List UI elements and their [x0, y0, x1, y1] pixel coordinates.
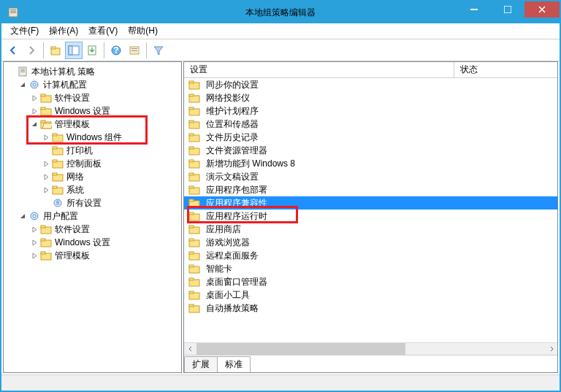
filter-button[interactable]: [150, 42, 167, 59]
expand-icon[interactable]: [42, 187, 50, 193]
tree-admin-templates[interactable]: 管理模板: [4, 118, 181, 131]
tree-user-config[interactable]: 用户配置: [4, 210, 181, 223]
svg-point-21: [33, 83, 36, 86]
back-button[interactable]: [4, 42, 22, 59]
tree-windows-settings[interactable]: Windows 设置: [4, 104, 181, 118]
expand-icon[interactable]: [30, 253, 39, 259]
list-item[interactable]: 远程桌面服务: [184, 249, 557, 262]
tab-extended[interactable]: 扩展: [184, 356, 218, 372]
svg-rect-39: [56, 201, 59, 201]
export-button[interactable]: [83, 42, 101, 59]
svg-rect-2: [10, 11, 16, 12]
svg-rect-23: [41, 94, 45, 96]
titlebar[interactable]: 本地组策略编辑器: [1, 1, 560, 23]
tree-software-settings[interactable]: 软件设置: [4, 91, 181, 104]
list-item[interactable]: 位置和传感器: [184, 118, 557, 131]
tree-label: 打印机: [66, 145, 93, 157]
list-item[interactable]: 桌面窗口管理器: [184, 275, 557, 288]
tree-label: 网络: [66, 171, 84, 183]
scroll-thumb[interactable]: [196, 343, 405, 355]
column-state[interactable]: 状态: [454, 62, 557, 77]
scroll-left-icon[interactable]: [184, 343, 196, 355]
tree-network[interactable]: 网络: [4, 170, 181, 183]
collapse-icon[interactable]: [18, 213, 27, 220]
list-item[interactable]: 新增功能到 Windows 8: [184, 157, 557, 170]
tree-all-settings[interactable]: 所有设置: [4, 196, 181, 210]
list-item-label: 远程桌面服务: [206, 250, 259, 262]
svg-rect-81: [189, 278, 194, 280]
list-body[interactable]: 同步你的设置网络投影仪维护计划程序位置和传感器文件历史记录文件资源管理器新增功能…: [184, 78, 557, 342]
svg-rect-77: [189, 252, 194, 254]
list-item[interactable]: 维护计划程序: [184, 104, 557, 118]
list-item[interactable]: 自动播放策略: [184, 301, 557, 315]
expand-icon[interactable]: [30, 226, 39, 233]
list-item-label: 文件资源管理器: [206, 145, 267, 157]
app-icon: [7, 7, 19, 18]
show-hide-tree-button[interactable]: [65, 42, 83, 59]
tree-label: Windows 设置: [55, 237, 110, 249]
tree-root[interactable]: 本地计算机 策略: [4, 65, 181, 78]
tree-label: 计算机配置: [43, 79, 87, 91]
collapse-icon[interactable]: [30, 121, 39, 128]
list-item[interactable]: 应用程序运行时: [184, 210, 557, 223]
tree-user-admintpl[interactable]: 管理模板: [4, 249, 181, 262]
expand-icon[interactable]: [42, 161, 50, 167]
svg-rect-17: [20, 69, 25, 69]
svg-text:?: ?: [113, 45, 118, 55]
tree-user-winset[interactable]: Windows 设置: [4, 236, 181, 249]
tree-windows-components[interactable]: Windows 组件: [4, 131, 181, 144]
collapse-icon[interactable]: [18, 82, 27, 88]
tree-printers[interactable]: 打印机: [4, 144, 181, 157]
tabs: 扩展 标准: [184, 355, 557, 372]
tree-control-panel[interactable]: 控制面板: [4, 157, 181, 170]
tree-label: 管理模板: [55, 250, 90, 262]
list-item[interactable]: 网络投影仪: [184, 91, 557, 104]
expand-icon[interactable]: [30, 108, 39, 115]
svg-rect-27: [41, 120, 45, 123]
expand-icon[interactable]: [42, 134, 50, 141]
forward-button[interactable]: [23, 42, 40, 59]
list-item[interactable]: 文件资源管理器: [184, 144, 557, 157]
maximize-button[interactable]: [491, 1, 524, 18]
list-item[interactable]: 演示文稿设置: [184, 170, 557, 183]
list-item[interactable]: 应用程序兼容性: [184, 196, 557, 210]
menu-file[interactable]: 文件(F): [6, 23, 43, 39]
help-button[interactable]: ?: [107, 42, 125, 59]
close-button[interactable]: [524, 1, 560, 18]
scroll-right-icon[interactable]: [545, 343, 557, 355]
expand-icon[interactable]: [42, 174, 50, 180]
tree-computer-config[interactable]: 计算机配置: [4, 78, 181, 91]
up-button[interactable]: [47, 42, 64, 59]
tree-system[interactable]: 系统: [4, 183, 181, 196]
list-item[interactable]: 应用商店: [184, 223, 557, 236]
svg-rect-29: [53, 134, 57, 136]
list-item[interactable]: 同步你的设置: [184, 78, 557, 91]
svg-rect-67: [189, 186, 194, 188]
expand-icon[interactable]: [30, 239, 39, 246]
list-item[interactable]: 游戏浏览器: [184, 236, 557, 249]
column-setting[interactable]: 设置: [184, 62, 454, 77]
tree-label: Windows 组件: [66, 131, 122, 144]
menu-view[interactable]: 查看(V): [84, 23, 122, 39]
list-item[interactable]: 智能卡: [184, 262, 557, 275]
list-item[interactable]: 应用程序包部署: [184, 183, 557, 196]
svg-rect-85: [189, 304, 194, 307]
h-scrollbar[interactable]: [184, 342, 557, 355]
svg-rect-47: [41, 239, 45, 241]
tree-pane[interactable]: 本地计算机 策略计算机配置软件设置Windows 设置管理模板Windows 组…: [3, 61, 182, 373]
tree-user-software[interactable]: 软件设置: [4, 223, 181, 236]
svg-rect-73: [189, 226, 194, 228]
expand-icon[interactable]: [30, 95, 39, 101]
menu-action[interactable]: 操作(A): [45, 23, 83, 39]
list-item[interactable]: 文件历史记录: [184, 131, 557, 144]
list-header: 设置 状态: [184, 62, 557, 78]
properties-button[interactable]: [126, 42, 143, 59]
svg-rect-37: [53, 186, 57, 188]
list-item-label: 桌面小工具: [206, 289, 250, 301]
minimize-button[interactable]: [457, 1, 491, 18]
svg-rect-79: [189, 265, 194, 267]
list-item[interactable]: 桌面小工具: [184, 288, 557, 301]
menu-help[interactable]: 帮助(H): [123, 23, 162, 39]
tab-standard[interactable]: 标准: [217, 356, 251, 372]
svg-rect-83: [189, 291, 194, 293]
